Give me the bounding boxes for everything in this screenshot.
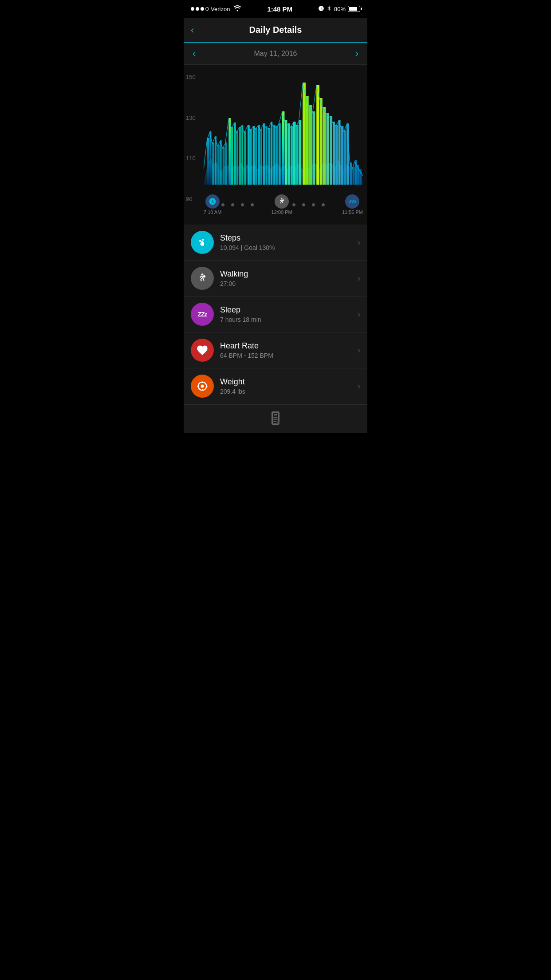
svg-rect-9 <box>228 118 231 185</box>
heartrate-info: Heart Rate 64 BPM - 152 BPM <box>220 341 358 359</box>
svg-rect-61 <box>274 417 278 418</box>
walk-timeline-icon <box>275 194 289 209</box>
svg-rect-33 <box>293 122 296 185</box>
sleep-icon: ZZz <box>191 303 214 326</box>
walking-icon <box>191 267 214 290</box>
date-bar: ‹ May 11, 2016 › <box>184 43 367 65</box>
prev-date-button[interactable]: ‹ <box>193 48 196 59</box>
svg-rect-26 <box>273 125 276 185</box>
battery-icon <box>348 6 360 12</box>
next-date-button[interactable]: › <box>355 48 358 59</box>
steps-chevron: › <box>358 238 360 247</box>
svg-rect-23 <box>266 126 268 185</box>
steps-row[interactable]: Steps 10,094 | Goal 130% › <box>184 225 367 261</box>
heart-rate-svg <box>204 74 363 194</box>
svg-rect-45 <box>333 122 335 185</box>
svg-rect-11 <box>234 122 236 185</box>
svg-rect-43 <box>327 113 329 185</box>
timeline-dot <box>241 203 244 206</box>
svg-rect-18 <box>253 126 255 185</box>
timeline-dots-right <box>292 203 342 206</box>
steps-label: Steps <box>220 233 358 243</box>
metrics-list: Steps 10,094 | Goal 130% › Walking 27:00… <box>184 225 367 404</box>
svg-rect-6 <box>220 140 222 185</box>
heartrate-label: Heart Rate <box>220 341 358 351</box>
y-label-110: 110 <box>186 155 196 162</box>
tab-bar <box>184 404 367 433</box>
tab-reports-button[interactable] <box>268 410 283 428</box>
heartrate-chevron: › <box>358 346 360 355</box>
heartrate-value: 64 BPM - 152 BPM <box>220 352 358 359</box>
svg-rect-19 <box>255 128 257 185</box>
walking-label: Walking <box>220 269 358 279</box>
svg-point-59 <box>201 385 204 388</box>
walking-info: Walking 27:00 <box>220 269 358 287</box>
svg-rect-41 <box>320 98 323 185</box>
timeline-dot <box>322 203 325 206</box>
y-label-150: 150 <box>186 74 196 80</box>
heart-rate-chart: 150 130 110 90 <box>184 65 367 225</box>
timeline-dot <box>312 203 315 206</box>
back-button[interactable]: ‹ <box>191 24 194 36</box>
svg-rect-7 <box>223 147 225 185</box>
status-bar: Verizon 1:48 PM 80% <box>184 0 367 18</box>
svg-rect-15 <box>244 131 246 185</box>
svg-rect-29 <box>282 111 285 185</box>
svg-rect-5 <box>217 145 220 185</box>
status-left: Verizon <box>191 5 241 13</box>
sleep-row[interactable]: ZZz Sleep 7 hours 18 min › <box>184 296 367 332</box>
svg-rect-10 <box>231 127 233 185</box>
walk-time: 12:00 PM <box>272 209 292 215</box>
signal-dots <box>191 7 209 11</box>
sleep-label: Sleep <box>220 305 358 315</box>
timeline-walk: 12:00 PM <box>272 194 292 215</box>
sleep-info: Sleep 7 hours 18 min <box>220 305 358 323</box>
weight-row[interactable]: Weight 209.4 lbs › <box>184 368 367 404</box>
svg-point-57 <box>201 273 203 275</box>
svg-rect-1 <box>207 138 209 185</box>
svg-rect-49 <box>344 130 346 185</box>
battery-percent: 80% <box>334 6 346 12</box>
svg-rect-24 <box>268 128 271 185</box>
svg-rect-39 <box>312 111 315 185</box>
svg-rect-30 <box>285 120 287 185</box>
svg-rect-44 <box>330 116 332 185</box>
weight-icon <box>191 375 214 398</box>
svg-rect-31 <box>287 123 290 185</box>
alarm-time: 7:10 AM <box>204 209 221 215</box>
svg-rect-40 <box>316 85 319 185</box>
heartrate-icon <box>191 339 214 362</box>
timeline-dot <box>251 203 254 206</box>
carrier-label: Verizon <box>211 6 230 12</box>
heartrate-row[interactable]: Heart Rate 64 BPM - 152 BPM › <box>184 332 367 368</box>
status-right: 80% <box>318 5 360 13</box>
svg-rect-17 <box>250 129 252 185</box>
svg-rect-22 <box>263 123 265 185</box>
walking-row[interactable]: Walking 27:00 › <box>184 261 367 296</box>
svg-rect-42 <box>323 107 326 185</box>
svg-rect-12 <box>236 131 238 185</box>
timeline-alarm: 7:10 AM <box>204 194 221 215</box>
status-time: 1:48 PM <box>267 5 292 13</box>
y-axis-labels: 150 130 110 90 <box>186 74 196 207</box>
svg-rect-52 <box>353 167 354 185</box>
svg-rect-21 <box>260 129 262 185</box>
svg-rect-20 <box>258 125 260 185</box>
page-title: Daily Details <box>249 25 302 35</box>
wifi-icon <box>233 5 241 13</box>
weight-info: Weight 209.4 lbs <box>220 377 358 395</box>
svg-rect-27 <box>276 126 278 185</box>
svg-rect-46 <box>335 125 338 185</box>
walking-value: 27:00 <box>220 280 358 287</box>
svg-rect-36 <box>303 83 306 185</box>
svg-rect-14 <box>241 125 243 185</box>
weight-chevron: › <box>358 382 360 391</box>
sleep-chevron: › <box>358 310 360 319</box>
walking-chevron: › <box>358 274 360 283</box>
timeline-dot <box>302 203 305 206</box>
weight-label: Weight <box>220 377 358 387</box>
svg-rect-37 <box>306 96 309 185</box>
svg-rect-38 <box>309 105 312 185</box>
bluetooth-icon <box>327 5 332 13</box>
signal-dot-3 <box>201 7 204 11</box>
